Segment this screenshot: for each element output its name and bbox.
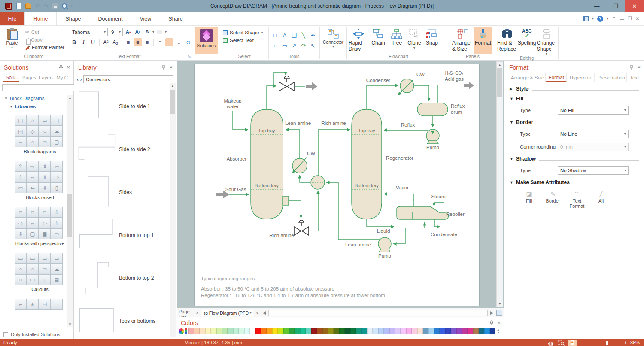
library-item[interactable]: Side to side 1	[74, 85, 176, 128]
callout-tool[interactable]: ❑	[289, 30, 299, 40]
shape-thumb-icon[interactable]: ⇦	[39, 218, 51, 228]
border-type-select[interactable]: No Line▾	[558, 130, 629, 138]
canvas-horizontal-scrollbar[interactable]	[268, 310, 487, 316]
tree-libraries[interactable]: ▼Libraries	[0, 102, 73, 110]
same-border-button[interactable]: ✎Border	[544, 191, 562, 209]
subscript-button[interactable]: A₂	[111, 38, 119, 46]
panel-view-dropdown-icon[interactable]: ▾	[592, 18, 594, 20]
color-swatch[interactable]	[205, 328, 211, 334]
color-swatch[interactable]	[278, 328, 283, 334]
scroll-up-icon[interactable]: ▲	[497, 62, 503, 68]
color-swatch[interactable]	[484, 328, 490, 334]
grow-font-button[interactable]: A▴	[124, 28, 132, 36]
library-preview-grid[interactable]: □□□⇩⇨⇔⇦⇧⇕▢▣▭	[15, 207, 65, 239]
shape-thumb-icon[interactable]: ⇦	[51, 161, 63, 172]
style-section-header[interactable]: ▶Style	[510, 86, 639, 92]
snap-button[interactable]: Snap	[423, 27, 440, 54]
doc-restore-icon[interactable]: ❐	[628, 16, 632, 21]
shape-thumb-icon[interactable]: ▤	[15, 126, 27, 137]
superscript-button[interactable]: A²	[102, 38, 110, 46]
shape-thumb-icon[interactable]: ▭	[27, 253, 39, 264]
close-panel-icon[interactable]: ×	[637, 65, 641, 70]
library-selector[interactable]: Connectors▾	[83, 75, 173, 83]
arc-tool[interactable]: ↷	[299, 40, 308, 51]
solutions-scrollbar[interactable]: ▲ ▼	[67, 95, 73, 327]
shape-thumb-icon[interactable]: ⇕	[39, 161, 51, 172]
shape-thumb-icon[interactable]: □	[15, 207, 27, 218]
tab-share[interactable]: Share	[160, 12, 191, 25]
pin-icon[interactable]	[629, 65, 634, 70]
shape-thumb-icon[interactable]: ▤	[51, 274, 63, 285]
panel-view-icon[interactable]	[583, 16, 589, 21]
color-swatch[interactable]	[378, 328, 384, 334]
default-colors-icon[interactable]	[185, 328, 187, 334]
qat-dropdown-icon[interactable]: ▿	[71, 3, 73, 9]
border-section-header[interactable]: ▼Border	[510, 119, 639, 125]
rapid-draw-button[interactable]: Rapid Draw	[349, 27, 368, 54]
tree-block-diagrams[interactable]: ▼Block Diagrams	[0, 94, 73, 102]
tab-shape[interactable]: Shape	[57, 12, 89, 25]
fill-type-select[interactable]: No Fill▾	[558, 106, 629, 115]
format-tab-arrange[interactable]: Arrange & Size	[508, 73, 546, 82]
shape-thumb-icon[interactable]: ⇩	[15, 172, 27, 182]
color-swatch[interactable]	[328, 328, 334, 334]
canvas-vertical-scrollbar[interactable]: ▲ ▼	[496, 61, 503, 307]
bold-button[interactable]: B	[70, 38, 78, 46]
solutions-tab-layers[interactable]: Layers	[36, 73, 53, 82]
shape-thumb-icon[interactable]: ◌	[39, 274, 51, 285]
color-swatch[interactable]	[211, 328, 216, 334]
zoom-slider[interactable]	[586, 340, 621, 346]
color-swatch[interactable]	[395, 328, 401, 334]
rectangle-tool[interactable]: □	[270, 30, 280, 40]
color-swatch[interactable]	[239, 328, 244, 334]
color-swatch[interactable]	[479, 328, 484, 334]
underline-button[interactable]: U	[89, 38, 97, 46]
text-format-dialog-launcher-icon[interactable]: ⇘	[187, 54, 191, 59]
format-tab-text[interactable]: Text	[627, 73, 641, 82]
library-forward-icon[interactable]: ›	[80, 77, 82, 82]
highlight-button[interactable]	[155, 28, 164, 36]
color-swatch[interactable]	[473, 328, 479, 334]
shape-thumb-icon[interactable]: ○	[27, 137, 39, 147]
color-swatch[interactable]	[339, 328, 345, 334]
shape-thumb-icon[interactable]: ⊣	[39, 299, 51, 310]
spelling-button[interactable]: ABC ✓ Spelling	[517, 27, 537, 55]
help-dropdown-icon[interactable]: ▾	[607, 18, 608, 20]
make-same-section-header[interactable]: ▼Make Same Attributes	[510, 179, 639, 185]
pin-icon[interactable]	[59, 65, 63, 70]
shape-thumb-icon[interactable]: ⇒	[51, 172, 63, 182]
library-preview-grid[interactable]: ⌐★⊣¬	[15, 299, 65, 310]
corner-rounding-select[interactable]: 0 mm▾	[558, 143, 629, 151]
shape-thumb-icon[interactable]: ⇓	[39, 182, 51, 193]
text-flow-button[interactable]: ⊜	[184, 38, 192, 46]
shape-thumb-icon[interactable]: ☁	[51, 264, 63, 274]
library-preview-grid[interactable]: ▭▭▭▭○○▭☁○▭◌▤	[15, 253, 65, 285]
shape-thumb-icon[interactable]: ○	[27, 264, 39, 274]
hscroll-right-icon[interactable]: ▶	[489, 310, 495, 316]
pan-hand-icon[interactable]	[547, 340, 554, 346]
close-panel-icon[interactable]: ×	[67, 65, 70, 70]
color-swatch[interactable]	[289, 328, 295, 334]
library-item[interactable]: Sides	[74, 171, 176, 214]
library-scrollbar[interactable]: ▲	[170, 83, 176, 337]
close-panel-icon[interactable]: ×	[169, 65, 173, 70]
format-tab-format[interactable]: Format	[546, 73, 567, 82]
color-swatch[interactable]	[373, 328, 378, 334]
shape-thumb-icon[interactable]: ▭	[39, 137, 51, 147]
redo-icon[interactable]: ↷	[44, 3, 49, 9]
color-swatch[interactable]	[250, 328, 255, 334]
color-swatch[interactable]	[350, 328, 356, 334]
solutions-button[interactable]: Solutions	[195, 27, 218, 54]
zoom-in-icon[interactable]: +	[624, 340, 627, 345]
tree-button[interactable]: Tree	[388, 27, 405, 54]
shape-thumb-icon[interactable]: ¬	[51, 299, 63, 310]
color-swatch[interactable]	[306, 328, 311, 334]
frame-tool[interactable]: ▭	[280, 40, 289, 51]
color-swatch[interactable]	[233, 328, 239, 334]
shape-thumb-icon[interactable]: ▣	[39, 228, 51, 239]
shape-thumb-icon[interactable]: ▢	[51, 137, 63, 147]
color-swatch[interactable]	[434, 328, 440, 334]
format-tab-presentation[interactable]: Presentation	[595, 73, 627, 82]
next-page-icon[interactable]: >	[255, 310, 259, 316]
help-icon[interactable]: ?	[597, 16, 603, 22]
